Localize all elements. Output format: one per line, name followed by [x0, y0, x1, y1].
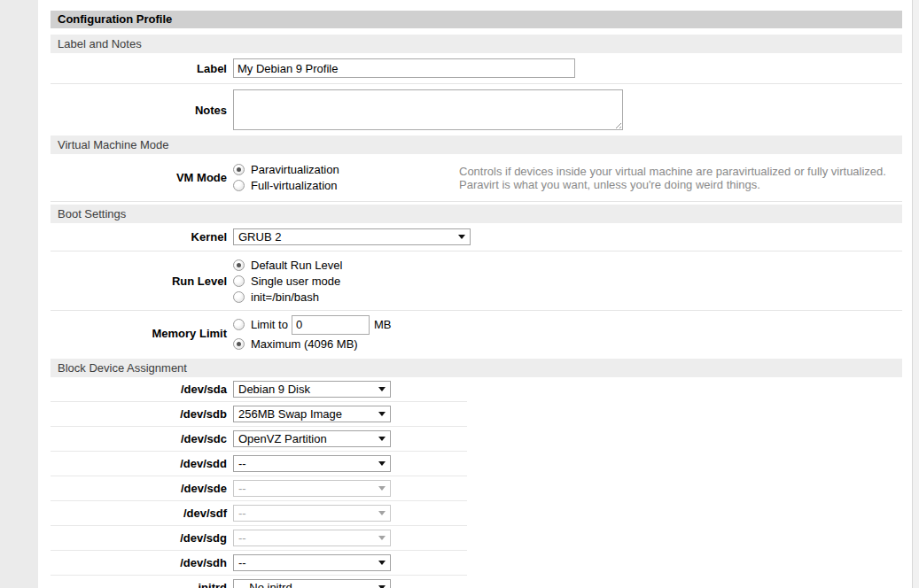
block-device-row-initrd: initrd -- No initrd -- [51, 576, 467, 588]
initrd-select[interactable]: -- No initrd -- [233, 579, 391, 588]
page-title: Configuration Profile [51, 11, 902, 28]
device-label: /dev/sdg [51, 531, 233, 545]
block-device-row-sdf: /dev/sdf -- [51, 501, 467, 526]
device-label: initrd [51, 581, 233, 588]
section-header-block-device-assignment: Block Device Assignment [51, 359, 902, 377]
configuration-profile-page: Configuration Profile Label and Notes La… [0, 0, 919, 588]
run-level-option-default[interactable]: Default Run Level [233, 257, 342, 273]
run-level-option-init-bin-bash[interactable]: init=/bin/bash [233, 289, 342, 305]
dropdown-arrow-icon [378, 387, 386, 391]
device-label: /dev/sdf [51, 507, 233, 520]
radio-selected-icon[interactable] [233, 164, 245, 175]
label-row: Label [51, 53, 902, 84]
sda-disk-select[interactable]: Debian 9 Disk [233, 381, 391, 398]
section-header-virtual-machine-mode: Virtual Machine Mode [51, 135, 902, 154]
vm-mode-option-full-virtualization[interactable]: Full-virtualization [233, 178, 459, 194]
section-header-boot-settings: Boot Settings [51, 205, 902, 223]
block-device-row-sda: /dev/sda Debian 9 Disk [51, 377, 467, 402]
run-level-radio-group: Default Run Level Single user mode init=… [233, 257, 342, 305]
memory-limit-unit: MB [374, 318, 392, 331]
dropdown-arrow-icon [378, 536, 386, 540]
memory-limit-option-limit-to[interactable]: Limit to [233, 317, 292, 333]
sdd-disk-select[interactable]: -- [233, 455, 391, 472]
dropdown-arrow-icon [378, 461, 386, 466]
block-device-row-sde: /dev/sde -- [51, 476, 467, 501]
run-level-row: Run Level Default Run Level Single user … [51, 251, 902, 311]
radio-unselected-icon[interactable] [233, 275, 245, 287]
notes-field-label: Notes [51, 104, 233, 117]
notes-row: Notes [51, 84, 902, 135]
sdf-disk-select: -- [233, 505, 391, 522]
kernel-row: Kernel GRUB 2 [51, 223, 902, 251]
block-device-row-sdc: /dev/sdc OpenVZ Partition [51, 427, 467, 452]
notes-textarea[interactable] [233, 89, 623, 130]
device-label: /dev/sda [51, 383, 233, 396]
kernel-select[interactable]: GRUB 2 [233, 228, 471, 245]
dropdown-arrow-icon [378, 486, 386, 491]
block-device-row-sdb: /dev/sdb 256MB Swap Image [51, 402, 467, 427]
block-device-row-sdd: /dev/sdd -- [51, 452, 467, 476]
sdc-disk-select[interactable]: OpenVZ Partition [233, 430, 391, 447]
run-level-option-single-user[interactable]: Single user mode [233, 273, 342, 289]
sdg-disk-select: -- [233, 530, 391, 546]
memory-limit-value-input[interactable] [292, 315, 370, 335]
label-field-label: Label [51, 62, 233, 75]
memory-limit-option-maximum[interactable]: Maximum (4096 MB) [233, 337, 358, 352]
profile-label-input[interactable] [233, 58, 575, 78]
kernel-field-label: Kernel [51, 230, 233, 244]
radio-unselected-icon[interactable] [233, 291, 245, 303]
dropdown-arrow-icon [378, 561, 386, 565]
device-label: /dev/sde [51, 482, 233, 495]
memory-limit-row: Memory Limit Limit to MB Maxi [51, 311, 902, 356]
radio-unselected-icon[interactable] [233, 319, 245, 330]
device-label: /dev/sdh [51, 556, 233, 569]
radio-selected-icon[interactable] [233, 259, 245, 271]
vm-mode-help-text: Controls if devices inside your virtual … [459, 165, 886, 191]
dropdown-arrow-icon [378, 511, 386, 515]
section-header-label-and-notes: Label and Notes [51, 35, 902, 53]
memory-limit-field-label: Memory Limit [51, 327, 233, 340]
block-device-row-sdg: /dev/sdg -- [51, 526, 467, 551]
radio-selected-icon[interactable] [233, 338, 245, 350]
dropdown-arrow-icon [378, 412, 386, 416]
vm-mode-option-paravirtualization[interactable]: Paravirtualization [233, 162, 459, 178]
device-label: /dev/sdc [51, 432, 233, 445]
vm-mode-field-label: VM Mode [51, 171, 233, 184]
memory-limit-radio-group: Limit to MB Maximum (4096 MB) [233, 314, 391, 353]
radio-unselected-icon[interactable] [233, 180, 245, 191]
run-level-field-label: Run Level [51, 275, 233, 288]
form-content: Configuration Profile Label and Notes La… [51, 11, 902, 588]
vm-mode-radio-group: Paravirtualization Full-virtualization [233, 162, 459, 194]
sdb-disk-select[interactable]: 256MB Swap Image [233, 406, 391, 422]
page-left-margin [0, 0, 38, 588]
dropdown-arrow-icon [458, 235, 465, 239]
block-device-table: /dev/sda Debian 9 Disk /dev/sdb 256MB Sw… [51, 377, 467, 588]
block-device-row-sdh: /dev/sdh -- [51, 551, 467, 576]
vertical-scrollbar[interactable] [912, 0, 919, 588]
vm-mode-row: VM Mode Paravirtualization Full-virtuali… [51, 154, 902, 202]
dropdown-arrow-icon [378, 437, 386, 441]
sdh-disk-select[interactable]: -- [233, 554, 391, 571]
device-label: /dev/sdb [51, 407, 233, 421]
sde-disk-select: -- [233, 480, 391, 497]
device-label: /dev/sdd [51, 457, 233, 470]
